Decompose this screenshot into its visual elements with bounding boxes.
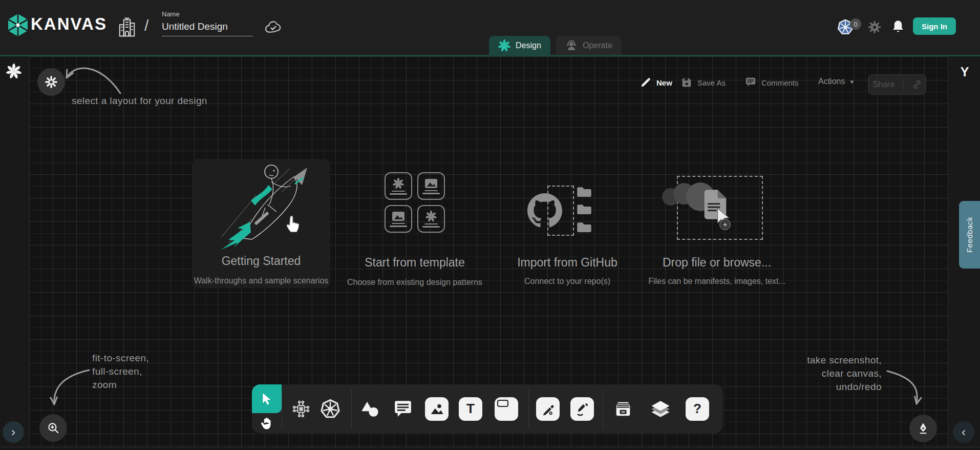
new-design-button[interactable]: New [640, 77, 672, 88]
context-count-badge: 0 [850, 18, 861, 30]
card-start-from-template[interactable] [385, 172, 445, 233]
hint-line: full-screen, [92, 365, 149, 378]
text-line [392, 191, 405, 192]
tab-operate-label: Operate [583, 41, 612, 50]
sidebar-spiral-menu-icon[interactable] [6, 64, 22, 79]
comments-button[interactable]: Comments [745, 77, 799, 88]
save-as-label: Save As [697, 78, 726, 87]
left-sidebar [0, 56, 29, 450]
toolbar-divider [603, 390, 603, 428]
sketch-tool-icon [570, 397, 594, 421]
tool-sketch[interactable] [568, 384, 596, 433]
caret-down-icon: ▾ [850, 78, 854, 86]
card-import-from-github[interactable] [527, 182, 609, 241]
bottom-strip [0, 447, 980, 450]
hand-pointer-cursor-icon [283, 214, 301, 236]
share-link-icon [912, 80, 922, 89]
image-icon [392, 211, 405, 221]
hint-line: clear canvas, [799, 367, 882, 380]
template-tile [385, 172, 412, 200]
kanvas-app: KANVAS / Name Design [0, 0, 980, 450]
toolbar-divider [528, 390, 529, 428]
hand-pan-icon [260, 416, 274, 432]
comments-label: Comments [761, 78, 799, 87]
image-icon [424, 178, 438, 189]
layout-hint-text: select a layout for your design [72, 95, 207, 107]
breadcrumb-separator: / [144, 17, 148, 34]
template-tile [417, 205, 445, 233]
tool-kubernetes[interactable] [316, 384, 344, 433]
hint-line: fit-to-screen, [92, 352, 149, 365]
tool-shapes[interactable] [356, 384, 384, 433]
comment-tool-icon [393, 399, 413, 419]
tool-image[interactable] [423, 384, 451, 433]
share-button[interactable]: Share [868, 74, 926, 95]
text-line [392, 223, 405, 224]
comments-bubble-icon [745, 77, 756, 88]
save-as-button[interactable]: Save As [681, 77, 726, 88]
spiral-icon [393, 178, 404, 189]
notifications-bell-icon[interactable] [891, 19, 905, 35]
text-line [390, 193, 407, 195]
pen-mode-button[interactable] [909, 415, 937, 442]
tool-components-drawer[interactable] [609, 384, 637, 433]
shapes-icon [359, 399, 380, 419]
layers-icon [650, 398, 671, 420]
expand-left-panel-button[interactable]: › [3, 421, 24, 443]
hint-line: zoom [92, 378, 149, 392]
tool-select[interactable] [252, 384, 282, 413]
design-name-input[interactable] [162, 20, 253, 36]
autosave-cloud-check-icon[interactable] [264, 19, 283, 35]
text-line [424, 223, 438, 225]
magnifier-plus-icon [47, 421, 60, 435]
actions-dropdown[interactable]: Actions ▾ [818, 77, 854, 86]
text-line [422, 193, 440, 194]
settings-gear-icon[interactable] [867, 20, 882, 34]
help-tool-icon: ? [686, 397, 709, 421]
pen-tool-icon [536, 397, 560, 421]
kanvas-logo-icon[interactable] [7, 13, 29, 37]
tool-note[interactable] [493, 384, 520, 433]
feedback-tab[interactable]: Feedback [959, 201, 980, 269]
tab-design[interactable]: Design [489, 36, 550, 55]
card-subtitle: Files can be manifests, images, text... [625, 277, 809, 286]
tool-workloads[interactable] [287, 384, 315, 433]
zoom-button[interactable] [39, 414, 67, 442]
actions-hint-arrow [885, 365, 926, 408]
card-title: Start from template [328, 256, 502, 270]
new-label: New [656, 78, 672, 87]
tool-comment[interactable] [389, 384, 417, 433]
hint-line: take screenshot, [799, 354, 882, 367]
organization-building-icon[interactable] [117, 16, 137, 38]
canvas-action-hints-text: take screenshot, clear canvas, undo/redo [799, 354, 882, 394]
tool-pan[interactable] [252, 413, 282, 435]
actions-label: Actions [818, 77, 845, 86]
text-tool-icon: T [459, 397, 482, 421]
tool-text[interactable]: T [457, 384, 484, 433]
note-tool-icon [495, 397, 518, 421]
design-spiral-icon [498, 39, 510, 52]
drawer-icon [613, 399, 633, 419]
folder-icon [574, 201, 594, 217]
tab-operate[interactable]: Operate [556, 36, 622, 55]
brand-title: KANVAS [31, 14, 107, 34]
help-glyph: ? [693, 401, 701, 417]
design-name-field: Name [162, 10, 254, 36]
github-octocat-icon [527, 193, 562, 228]
tool-layers[interactable] [647, 384, 674, 433]
card-title: Import from GitHub [480, 256, 654, 270]
pen-nib-icon [917, 422, 930, 435]
card-title: Getting Started [174, 254, 348, 268]
design-name-label: Name [162, 10, 254, 18]
cursor-select-icon [260, 392, 273, 405]
text-line [424, 190, 438, 192]
text-line [390, 226, 407, 227]
sign-in-button[interactable]: Sign In [913, 17, 956, 35]
collapse-right-panel-button[interactable]: ‹ [953, 421, 974, 443]
zoom-hints-text: fit-to-screen, full-screen, zoom [92, 352, 149, 392]
tool-help[interactable]: ? [684, 384, 711, 433]
tool-pen[interactable] [534, 384, 562, 433]
share-label: Share [872, 80, 894, 89]
extension-y-icon[interactable]: Y [958, 65, 971, 79]
card-title: Drop file or browse... [630, 256, 804, 270]
